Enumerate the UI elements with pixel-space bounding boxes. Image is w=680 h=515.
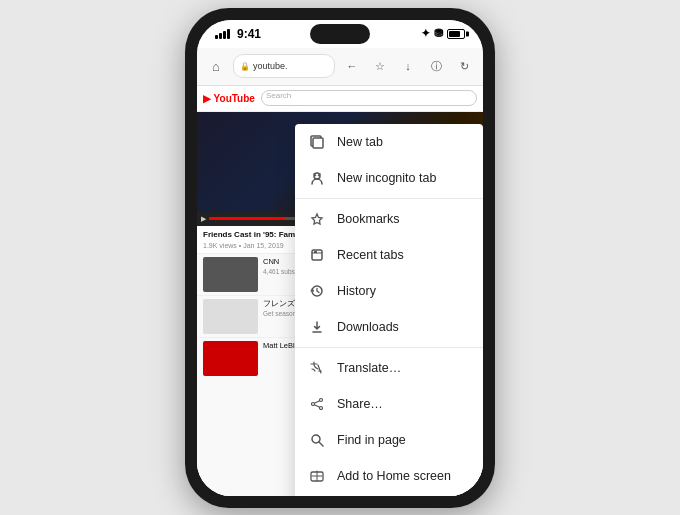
bookmarks-label: Bookmarks	[337, 212, 400, 226]
share-label: Share…	[337, 397, 383, 411]
recent-tabs-label: Recent tabs	[337, 248, 404, 262]
find-icon	[309, 432, 325, 448]
signal-bars	[215, 29, 230, 39]
add-home-icon	[309, 468, 325, 484]
menu-item-recent-tabs[interactable]: Recent tabs	[295, 237, 483, 273]
download-button[interactable]: ↓	[397, 55, 419, 77]
menu-divider-2	[295, 347, 483, 348]
yt-header: ▶ YouTube Search	[197, 86, 483, 112]
browser-toolbar: ⌂ 🔒 youtube. ← ☆ ↓ ⓘ ↻	[197, 48, 483, 86]
share-icon	[309, 396, 325, 412]
status-left: 9:41	[215, 27, 261, 41]
time: 9:41	[237, 27, 261, 41]
battery-icon	[447, 29, 465, 39]
info-button[interactable]: ⓘ	[425, 55, 447, 77]
signal-bar-1	[215, 35, 218, 39]
battery-fill	[449, 31, 460, 37]
history-label: History	[337, 284, 376, 298]
home-button[interactable]: ⌂	[205, 55, 227, 77]
url-bar[interactable]: 🔒 youtube.	[233, 54, 335, 78]
menu-item-translate[interactable]: Translate…	[295, 350, 483, 386]
lock-icon: 🔒	[240, 62, 250, 71]
context-menu: New tab New incognito tab	[295, 124, 483, 496]
signal-bar-2	[219, 33, 222, 39]
reload-button[interactable]: ↻	[453, 55, 475, 77]
signal-bar-4	[227, 29, 230, 39]
incognito-label: New incognito tab	[337, 171, 436, 185]
svg-point-9	[320, 398, 323, 401]
find-in-page-label: Find in page	[337, 433, 406, 447]
signal-bar-3	[223, 31, 226, 39]
notch	[310, 24, 370, 44]
thumb-small-1	[203, 257, 258, 292]
translate-label: Translate…	[337, 361, 401, 375]
svg-point-10	[320, 406, 323, 409]
svg-rect-6	[314, 251, 317, 253]
back-button[interactable]: ←	[341, 55, 363, 77]
yt-progress-fill	[209, 217, 285, 220]
menu-item-bookmarks[interactable]: Bookmarks	[295, 201, 483, 237]
downloads-icon	[309, 319, 325, 335]
menu-item-incognito[interactable]: New incognito tab	[295, 160, 483, 196]
incognito-icon	[309, 170, 325, 186]
menu-item-history[interactable]: History	[295, 273, 483, 309]
translate-icon	[309, 360, 325, 376]
browser-content: ▶ YouTube Search Oprah ▶ 2:30 Frien	[197, 86, 483, 496]
svg-point-11	[312, 402, 315, 405]
new-tab-label: New tab	[337, 135, 383, 149]
play-icon: ▶	[201, 215, 206, 223]
thumb-small-2	[203, 299, 258, 334]
bluetooth-icon: ✦	[421, 27, 430, 40]
menu-item-share[interactable]: Share…	[295, 386, 483, 422]
url-text: youtube.	[253, 61, 288, 71]
status-bar: 9:41 ✦ ⛃	[197, 20, 483, 48]
menu-item-add-home[interactable]: Add to Home screen	[295, 458, 483, 494]
thumb-small-3	[203, 341, 258, 376]
menu-item-new-tab[interactable]: New tab	[295, 124, 483, 160]
new-tab-icon	[309, 134, 325, 150]
recent-tabs-icon	[309, 247, 325, 263]
menu-item-find-in-page[interactable]: Find in page	[295, 422, 483, 458]
menu-item-downloads[interactable]: Downloads	[295, 309, 483, 345]
add-home-label: Add to Home screen	[337, 469, 451, 483]
phone-frame: 9:41 ✦ ⛃ ⌂ 🔒 youtube. ← ☆ ↓	[185, 8, 495, 508]
bookmarks-icon	[309, 211, 325, 227]
youtube-logo: ▶ YouTube	[203, 93, 255, 104]
history-icon	[309, 283, 325, 299]
menu-divider-1	[295, 198, 483, 199]
wifi-icon: ⛃	[434, 27, 443, 40]
yt-search: Search	[261, 90, 477, 106]
downloads-label: Downloads	[337, 320, 399, 334]
svg-rect-1	[313, 138, 323, 148]
svg-marker-3	[312, 214, 322, 224]
bookmark-button[interactable]: ☆	[369, 55, 391, 77]
status-right: ✦ ⛃	[421, 27, 465, 40]
phone-screen: 9:41 ✦ ⛃ ⌂ 🔒 youtube. ← ☆ ↓	[197, 20, 483, 496]
